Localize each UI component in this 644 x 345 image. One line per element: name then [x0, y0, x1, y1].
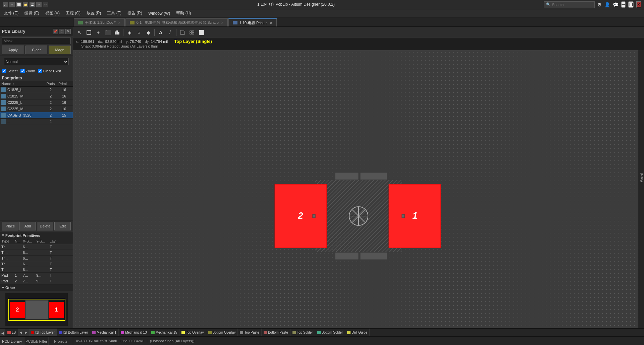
layer-nav-prev[interactable]: ◀ — [18, 329, 23, 336]
clear-btn[interactable]: Clear — [25, 46, 48, 54]
panel-pin-btn[interactable]: 📌 — [53, 29, 58, 34]
select-check-label[interactable]: Select — [2, 69, 18, 73]
prim-row-3[interactable]: Tr... 6... T... — [0, 256, 73, 261]
col-name[interactable]: Name ↕ — [1, 82, 45, 86]
prim-row-2[interactable]: Tr... 6... T... — [0, 250, 73, 256]
menu-edit[interactable]: 编辑 (E) — [22, 10, 42, 17]
panel-tab-projects[interactable]: Projects — [49, 337, 73, 345]
layer-tab-botoverlay[interactable]: Bottom Overlay — [206, 329, 238, 336]
fp-row-case-b3528[interactable]: CASE-B_3528 2 15 — [0, 112, 73, 119]
fp-row-c2225m[interactable]: C2225_M 2 16 — [0, 106, 73, 112]
menu-view[interactable]: 视图 (V) — [43, 10, 62, 17]
panel-tab-filter[interactable]: PCBLib Filter — [24, 337, 49, 345]
panel-float-btn[interactable]: ⬚ — [59, 29, 64, 34]
quick-access-3[interactable]: 📁 — [23, 2, 28, 7]
settings-icon[interactable]: ⚙ — [597, 2, 602, 7]
pcb-canvas[interactable]: 2 1 — [73, 50, 644, 328]
redo-btn[interactable]: ↪ — [43, 2, 48, 7]
layer-tab-mech13[interactable]: Mechanical 13 — [119, 329, 149, 336]
quick-access-1[interactable]: ≡ — [9, 2, 15, 7]
col-prims[interactable]: Primi... — [57, 82, 71, 86]
search-box[interactable]: 🔍 — [544, 1, 595, 8]
layer-tab-topoverlay[interactable]: Top Overlay — [179, 329, 206, 336]
layer-tab-ls[interactable]: LS — [5, 329, 18, 336]
mode-select[interactable]: Normal Mask Dim — [4, 58, 69, 65]
prim-row-4[interactable]: Tr... 6... T... — [0, 261, 73, 267]
add-btn[interactable]: Add — [19, 222, 36, 230]
add-btn-toolbar[interactable]: + — [94, 28, 103, 37]
layer-tab-mech1[interactable]: Mechanical 1 — [90, 329, 119, 336]
chart-btn[interactable] — [113, 28, 121, 37]
menu-help[interactable]: 帮助 (H) — [173, 10, 194, 17]
layer-nav-next[interactable]: ▶ — [23, 329, 29, 336]
primitives-table[interactable]: Type N... X-S... Y-S... Lay... Tr... 6..… — [0, 238, 73, 284]
canvas-area[interactable]: ↖ + ⬛ ◈ ○ ◆ A / — [73, 27, 644, 328]
magnets-btn[interactable]: Magn — [49, 46, 71, 54]
zoom-check-label[interactable]: Zoom — [20, 69, 35, 73]
place-btn[interactable]: Place — [2, 222, 18, 230]
edit-btn[interactable]: Edit — [54, 222, 71, 230]
fp-row-c1825l[interactable]: C1825_L 2 16 — [0, 87, 73, 93]
prim-row-pad1[interactable]: Pad 1 7... 9... T... — [0, 273, 73, 278]
restore-btn[interactable]: ❐ — [628, 1, 634, 8]
menu-file[interactable]: 文件 (E) — [1, 10, 21, 17]
fp-row-c1825m[interactable]: C1825_M 2 16 — [0, 93, 73, 99]
select-checkbox[interactable] — [2, 69, 6, 73]
text-btn[interactable]: A — [156, 28, 165, 37]
other-header[interactable]: ▾ Other — [0, 284, 73, 291]
delete-btn[interactable]: Delete — [37, 222, 53, 230]
undo-btn[interactable]: ↩ — [36, 2, 42, 7]
close-btn[interactable]: ✕ — [636, 1, 641, 8]
search-input[interactable] — [552, 3, 592, 7]
primitives-header[interactable]: ▾ Footprint Primitives — [0, 232, 73, 238]
clear-exist-checkbox[interactable] — [38, 69, 42, 73]
diamond-btn[interactable]: ◆ — [144, 28, 153, 37]
layer-tab-bottomlayer[interactable]: [2] Bottom Layer — [57, 329, 90, 336]
zoom-area-btn[interactable] — [85, 28, 93, 37]
menu-project[interactable]: 工程 (C) — [63, 10, 83, 17]
tab-close-pcblib[interactable]: ✕ — [270, 21, 272, 25]
panel-tab-pcblib[interactable]: PCB Library — [0, 337, 24, 345]
grid-btn[interactable] — [187, 28, 196, 37]
fill-btn[interactable]: ◈ — [125, 28, 134, 37]
layer-tab-toplayer[interactable]: [1] Top Layer — [29, 329, 57, 336]
right-panel-label[interactable]: Panel — [639, 173, 643, 182]
apply-btn[interactable]: Apply — [2, 46, 24, 54]
quick-access-2[interactable]: ⬜ — [16, 2, 21, 7]
fp-row-c2225l[interactable]: C2225_L 2 16 — [0, 99, 73, 106]
rect-btn[interactable]: ⬜ — [197, 28, 206, 37]
layer-tab-drillguide[interactable]: Drill Guide — [345, 329, 370, 336]
prim-row-pad2[interactable]: Pad 2 7... 9... T... — [0, 278, 73, 284]
chat-icon[interactable]: 💬 — [613, 2, 619, 7]
prim-row-1[interactable]: Tr... 6... T... — [0, 244, 73, 250]
menu-place[interactable]: 放置 (P) — [84, 10, 104, 17]
panel-close-btn[interactable]: ✕ — [65, 29, 71, 34]
layer-nav-left[interactable]: ◀ — [0, 329, 5, 336]
mask-input[interactable] — [2, 38, 71, 44]
right-panel[interactable]: Panel — [638, 27, 644, 328]
person-icon[interactable]: 👤 — [604, 2, 610, 7]
zoom-checkbox[interactable] — [20, 69, 25, 73]
tab-pcblib[interactable]: 1.10-电容.PcbLib ✕ — [228, 18, 277, 26]
line-btn[interactable]: / — [166, 28, 174, 37]
layer-tab-botpaste[interactable]: Bottom Paste — [262, 329, 290, 336]
menu-window[interactable]: Window (W) — [146, 10, 173, 16]
fp-row-extra[interactable]: ... 2 — [0, 119, 73, 125]
layer-tab-topsolder[interactable]: Top Solder — [290, 329, 315, 336]
minimize-btn[interactable]: ─ — [621, 1, 626, 8]
layer-tab-mech15[interactable]: Mechanical 15 — [149, 329, 179, 336]
tab-schdoc[interactable]: 手术床-1.SchDoc * ✕ — [74, 18, 125, 26]
select-tool-btn[interactable]: ↖ — [75, 28, 84, 37]
quick-access-4[interactable]: 💾 — [30, 2, 35, 7]
col-pads[interactable]: Pads — [45, 82, 57, 86]
layer-tab-toppaste[interactable]: Top Paste — [238, 329, 261, 336]
tab-schlib[interactable]: 0.1 - 电阻·电容·电感·晶振·晶珠·磁珠·电位器.SchLib ✕ — [125, 18, 228, 26]
clear-exist-check-label[interactable]: Clear Exist — [38, 69, 61, 73]
prim-row-5[interactable]: Tr... 6... T... — [0, 267, 73, 273]
layer-tab-botsolder[interactable]: Bottom Solder — [315, 329, 345, 336]
tab-close-schdoc[interactable]: ✕ — [118, 21, 120, 24]
menu-report[interactable]: 报告 (R) — [125, 10, 145, 17]
circle-btn[interactable]: ○ — [135, 28, 143, 37]
box-btn[interactable]: ⬛ — [103, 28, 112, 37]
outline-btn[interactable] — [178, 28, 187, 37]
